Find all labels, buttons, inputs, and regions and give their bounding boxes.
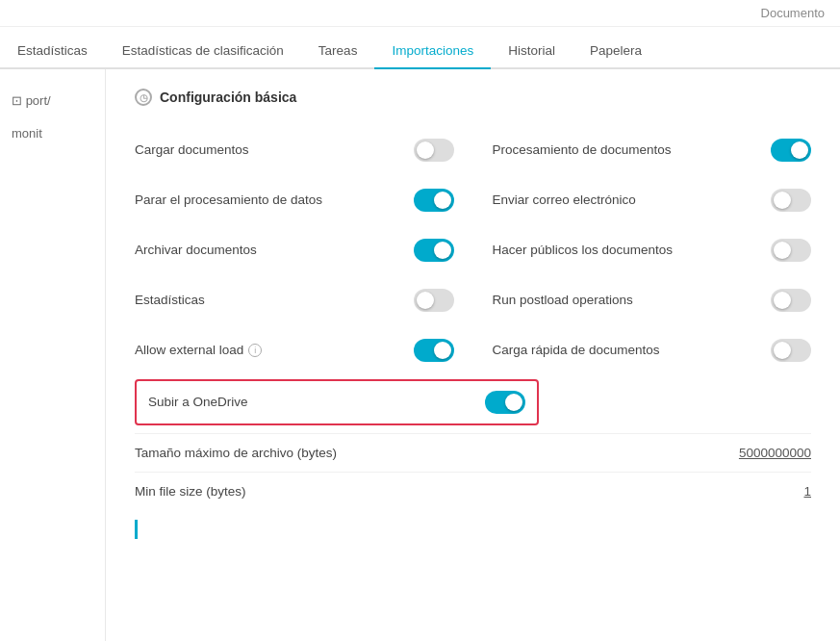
toggle-track[interactable]: [771, 339, 811, 362]
toggle-track[interactable]: [771, 289, 811, 312]
toggle-thumb: [505, 394, 522, 411]
setting-archivar-documentos: Archivar documentos: [135, 225, 454, 275]
section-icon: ◷: [135, 89, 152, 106]
setting-estadisticas: Estadísticas: [135, 275, 454, 325]
toggle-track[interactable]: [414, 339, 454, 362]
toggle-subir-onedrive[interactable]: [485, 391, 525, 414]
right-column: Procesamiento de documentos Enviar corre…: [473, 125, 812, 375]
sidebar: ⊡ port/ monit: [0, 69, 106, 641]
toggle-track[interactable]: [771, 239, 811, 262]
setting-label: Estadísticas: [135, 292, 205, 310]
setting-parar-procesamiento: Parar el procesamiento de datos: [135, 175, 454, 225]
content-area: ◷ Configuración básica Cargar documentos: [106, 69, 840, 641]
tab-tareas[interactable]: Tareas: [301, 34, 375, 69]
toggle-thumb: [774, 192, 791, 209]
setting-label: Parar el procesamiento de datos: [135, 192, 322, 210]
toggle-track[interactable]: [414, 289, 454, 312]
toggle-track[interactable]: [414, 239, 454, 262]
toggle-hacer-publicos[interactable]: [771, 239, 811, 262]
tab-papelera[interactable]: Papelera: [573, 34, 659, 69]
setting-allow-external-load: Allow external load i: [135, 325, 454, 375]
tab-estadisticas[interactable]: Estadísticas: [0, 34, 105, 69]
toggle-thumb: [434, 342, 451, 359]
toggle-track[interactable]: [414, 189, 454, 212]
info-icon[interactable]: i: [248, 344, 262, 357]
tab-historial[interactable]: Historial: [491, 34, 573, 69]
section-header: ◷ Configuración básica: [135, 89, 811, 106]
size-fields: Tamaño máximo de archivo (bytes) 5000000…: [135, 433, 811, 510]
toggle-thumb: [774, 342, 791, 359]
main-layout: ⊡ port/ monit ◷ Configuración básica Car…: [0, 69, 840, 641]
toggle-track[interactable]: [771, 139, 811, 162]
toggle-enviar-correo[interactable]: [771, 189, 811, 212]
setting-label: Cargar documentos: [135, 141, 249, 160]
max-file-size-label: Tamaño máximo de archivo (bytes): [135, 446, 337, 460]
max-file-size-value[interactable]: 5000000000: [739, 446, 811, 460]
left-column: Cargar documentos Parar el procesamiento…: [135, 125, 473, 375]
settings-columns: Cargar documentos Parar el procesamiento…: [135, 125, 811, 375]
document-label: Documento: [761, 6, 825, 20]
setting-hacer-publicos: Hacer públicos los documentos: [493, 225, 812, 275]
size-row-max: Tamaño máximo de archivo (bytes) 5000000…: [135, 433, 811, 472]
sidebar-item-monit[interactable]: monit: [0, 117, 105, 150]
setting-carga-rapida: Carga rápida de documentos: [493, 325, 812, 375]
setting-procesamiento-documentos: Procesamiento de documentos: [493, 125, 812, 175]
tab-estadisticas-clasificacion[interactable]: Estadísticas de clasificación: [105, 34, 301, 69]
toggle-thumb: [774, 242, 791, 259]
setting-label: Hacer públicos los documentos: [493, 242, 674, 260]
sidebar-item-label: monit: [12, 126, 42, 141]
setting-label: Run postload operations: [493, 292, 633, 310]
setting-enviar-correo: Enviar correo electrónico: [493, 175, 812, 225]
min-file-size-label: Min file size (bytes): [135, 484, 246, 499]
section-title: Configuración básica: [160, 90, 296, 105]
toggle-carga-rapida[interactable]: [771, 339, 811, 362]
toggle-thumb: [417, 141, 434, 159]
toggle-procesamiento[interactable]: [771, 139, 811, 162]
setting-label: Procesamiento de documentos: [493, 141, 672, 160]
size-row-min: Min file size (bytes) 1: [135, 472, 811, 510]
toggle-thumb: [434, 192, 451, 209]
setting-label: Archivar documentos: [135, 242, 257, 260]
tab-importaciones[interactable]: Importaciones: [374, 34, 491, 69]
setting-label: Enviar correo electrónico: [493, 192, 636, 210]
setting-subir-onedrive-highlighted: Subir a OneDrive: [135, 379, 539, 425]
toggle-thumb: [774, 292, 791, 309]
sidebar-item-export[interactable]: ⊡ port/: [0, 85, 105, 117]
sidebar-item-label: port/: [26, 93, 51, 108]
setting-run-postload: Run postload operations: [493, 275, 812, 325]
top-bar: Documento: [0, 0, 840, 27]
toggle-track[interactable]: [485, 391, 525, 414]
setting-cargar-documentos: Cargar documentos: [135, 125, 454, 175]
toggle-parar-procesamiento[interactable]: [414, 189, 454, 212]
setting-label: Subir a OneDrive: [148, 394, 248, 412]
export-icon: ⊡: [12, 93, 22, 108]
toggle-estadisticas[interactable]: [414, 289, 454, 312]
toggle-allow-external-load[interactable]: [414, 339, 454, 362]
toggle-track[interactable]: [414, 139, 454, 162]
toggle-run-postload[interactable]: [771, 289, 811, 312]
toggle-cargar-documentos[interactable]: [414, 139, 454, 162]
bottom-accent: [135, 520, 138, 539]
nav-tabs: EstadísticasEstadísticas de clasificació…: [0, 27, 840, 69]
toggle-thumb: [417, 292, 434, 309]
toggle-archivar-documentos[interactable]: [414, 239, 454, 262]
setting-label: Carga rápida de documentos: [493, 342, 660, 360]
toggle-track[interactable]: [771, 189, 811, 212]
toggle-thumb: [791, 141, 808, 159]
min-file-size-value[interactable]: 1: [803, 484, 811, 499]
toggle-thumb: [434, 242, 451, 259]
setting-label: Allow external load i: [135, 342, 262, 360]
